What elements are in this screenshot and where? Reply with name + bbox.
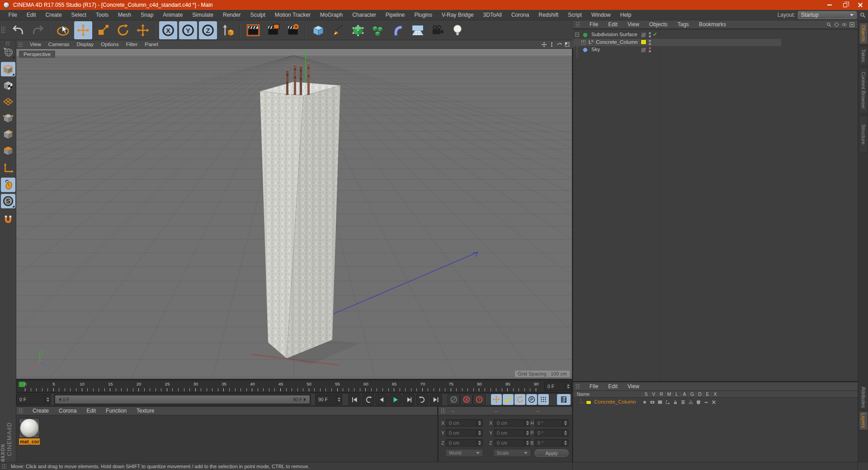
layer-none-icon[interactable] (641, 47, 646, 53)
material-menu-corona[interactable]: Corona (54, 408, 81, 414)
spinner-arrows-icon[interactable] (45, 395, 49, 404)
position-field-z[interactable]: 0 cm (446, 439, 483, 446)
status-bar-grip[interactable] (2, 464, 6, 469)
perspective-viewport[interactable]: y x z Perspective Grid Spacing : 100 cm (16, 49, 572, 379)
menu-render[interactable]: Render (218, 10, 245, 19)
previous-frame-button[interactable] (375, 394, 388, 405)
autokeying-button[interactable]: ? (473, 394, 486, 405)
menu-script[interactable]: Script (563, 10, 587, 19)
rotation-field-b[interactable]: 0 ° (534, 439, 569, 446)
viewport-menu-filter[interactable]: Filter (123, 42, 142, 47)
search-icon[interactable] (859, 12, 866, 19)
object-manager-menu-view[interactable]: View (623, 21, 644, 28)
object-name-concrete-column[interactable]: Concrete_Column (596, 39, 638, 45)
l-def-icon[interactable] (696, 400, 702, 405)
undo-button[interactable] (9, 21, 27, 39)
close-button[interactable] (853, 0, 868, 10)
material-thumbnail[interactable] (19, 418, 40, 438)
object-manager-menu-file[interactable]: File (585, 21, 603, 28)
tab-layers[interactable]: Layers (859, 411, 868, 430)
add-light-button[interactable] (448, 21, 467, 39)
live-selection-button[interactable] (54, 21, 72, 39)
spinner-arrows-icon[interactable] (524, 430, 529, 436)
model-mode-button[interactable] (1, 62, 15, 76)
menu-tools[interactable]: Tools (91, 10, 113, 19)
menu-snap[interactable]: Snap (136, 10, 158, 19)
spinner-arrows-icon[interactable] (476, 430, 481, 436)
object-manager-menu-bookmarks[interactable]: Bookmarks (694, 21, 731, 28)
material-menu-function[interactable]: Function (101, 408, 132, 414)
preview-range-slider[interactable]: 0 F 90 F (54, 394, 311, 405)
tab-attributes[interactable]: Attributes (859, 385, 868, 409)
menu-character[interactable]: Character (348, 10, 381, 19)
material-menu-create[interactable]: Create (28, 408, 54, 414)
goto-end-button[interactable] (429, 394, 442, 405)
visibility-dot-bottom[interactable] (649, 50, 651, 52)
tab-objects[interactable]: Objects (859, 23, 868, 44)
l-vis-icon[interactable] (650, 400, 656, 405)
preview-range-track[interactable]: 0 F 90 F (55, 395, 310, 404)
menu-corona[interactable]: Corona (506, 10, 533, 19)
render-view-button[interactable] (244, 21, 262, 39)
layer-row-concrete-column[interactable]: Concrete_Column (573, 399, 858, 406)
play-loop-button[interactable] (416, 394, 429, 405)
menu-mesh[interactable]: Mesh (113, 10, 136, 19)
material-menu-texture[interactable]: Texture (132, 408, 159, 414)
snap-settings-button[interactable]: S (1, 194, 15, 208)
edit-render-settings-button[interactable] (284, 21, 302, 39)
zoom-view-icon[interactable] (548, 41, 555, 48)
menu-edit[interactable]: Edit (22, 10, 41, 19)
menu-create[interactable]: Create (41, 10, 66, 19)
object-row-sky[interactable]: Sky (573, 46, 781, 53)
layer-none-icon[interactable] (641, 32, 646, 38)
add-spline-pen-button[interactable] (329, 21, 347, 39)
enabled-check-icon[interactable]: ✓ (653, 31, 657, 38)
add-deformer-button[interactable] (389, 21, 407, 39)
rotation-field-p[interactable]: 0 ° (534, 429, 569, 437)
layer-name[interactable]: Concrete_Column (594, 399, 636, 404)
layer-menu-file[interactable]: File (585, 383, 603, 390)
visibility-dot-top[interactable] (649, 47, 651, 49)
open-timeline-button[interactable] (557, 394, 571, 405)
menu-file[interactable]: File (4, 10, 22, 19)
size-field-x[interactable]: 0 cm (494, 419, 531, 427)
pan-view-icon[interactable] (541, 41, 547, 48)
keyframe-pla-toggle[interactable] (538, 394, 549, 405)
scale-tool-button[interactable] (94, 21, 112, 39)
coordinates-grip[interactable] (441, 408, 445, 414)
object-row-subdivision-surface[interactable]: −Subdivision Surface✓ (573, 31, 781, 38)
size-field-y[interactable]: 0 cm (494, 429, 531, 437)
keyframe-position-toggle[interactable] (491, 394, 502, 405)
range-right-arrow-icon[interactable] (304, 398, 308, 401)
play-backwards-button[interactable] (362, 394, 374, 405)
spinner-arrows-icon[interactable] (476, 440, 481, 446)
rotation-field-h[interactable]: 0 ° (534, 419, 569, 427)
workplane-mode-button[interactable] (1, 94, 15, 109)
visibility-dot-top[interactable] (649, 32, 651, 34)
menu-sculpt[interactable]: Sculpt (245, 10, 270, 19)
texture-mode-button[interactable] (1, 78, 15, 93)
l-x-icon[interactable] (711, 400, 717, 405)
visibility-dot-bottom[interactable] (649, 43, 651, 45)
keyframe-rotation-toggle[interactable] (514, 394, 525, 405)
spinner-arrows-icon[interactable] (562, 440, 567, 446)
coordinate-space-dropdown[interactable]: World (446, 449, 483, 456)
visibility-dot-bottom[interactable] (649, 35, 651, 38)
end-frame-spinner[interactable]: 90 F (315, 394, 342, 405)
add-subdivision-surface-button[interactable] (349, 21, 367, 39)
size-field-z[interactable]: 0 cm (494, 439, 531, 446)
spinner-arrows-icon[interactable] (524, 440, 529, 446)
rotate-tool-button[interactable] (114, 21, 132, 39)
spinner-arrows-icon[interactable] (336, 395, 340, 404)
collapse-icon[interactable]: − (575, 33, 579, 37)
object-manager-menu-tags[interactable]: Tags (673, 21, 694, 28)
lock-z-axis-button[interactable]: Z (199, 21, 217, 39)
frame-spinner[interactable]: 0 F (16, 394, 51, 405)
edges-mode-button[interactable] (1, 127, 15, 141)
expand-icon[interactable]: + (581, 40, 585, 44)
transform-mode-dropdown[interactable]: Scale (494, 449, 531, 456)
toggle-view-icon[interactable] (564, 41, 571, 48)
viewport-camera-label[interactable]: Perspective (19, 51, 55, 58)
toolbar-grip[interactable] (1, 26, 5, 33)
layer-menu-view[interactable]: View (623, 383, 644, 390)
